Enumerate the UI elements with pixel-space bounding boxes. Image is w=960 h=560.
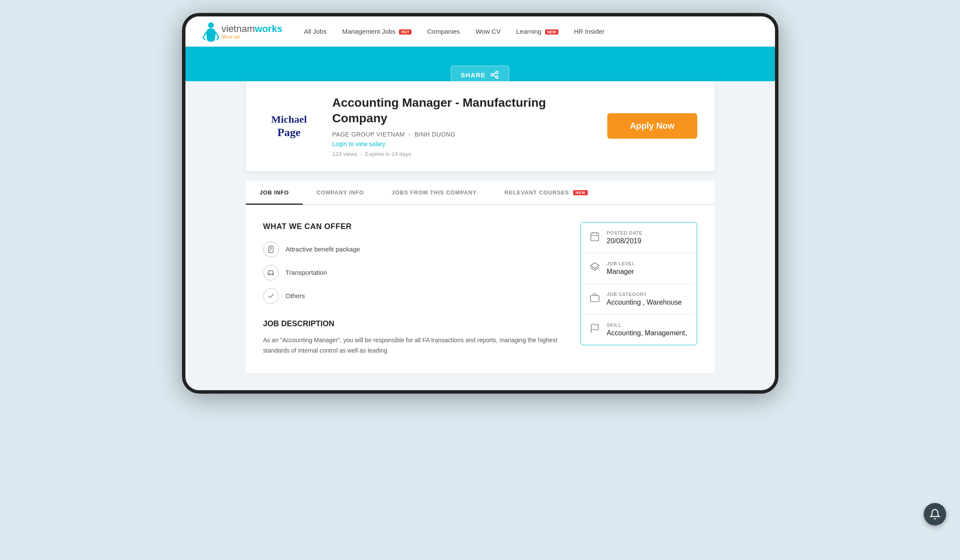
benefit-label-others: Others <box>286 292 305 299</box>
briefcase-icon <box>590 293 600 305</box>
svg-point-1 <box>496 71 498 73</box>
offer-section-title: WHAT WE CAN OFFER <box>263 222 563 231</box>
svg-rect-17 <box>590 296 599 302</box>
sidebar-skill: SKILL Accounting, Management, <box>581 315 697 345</box>
benefit-icon-transport <box>263 265 279 280</box>
notification-button[interactable] <box>924 503 946 525</box>
logo[interactable]: vietnamworks Move Up! <box>203 21 283 42</box>
company-name: PAGE GROUP VIETNAM <box>332 131 405 138</box>
tab-company-info[interactable]: COMPANY INFO <box>303 181 378 205</box>
nav-item-learning[interactable]: Learning NEW <box>516 28 558 35</box>
nav-item-all-jobs[interactable]: All Jobs <box>304 28 327 35</box>
job-level-value: Manager <box>607 268 635 276</box>
nav-item-hr-insider[interactable]: HR Insider <box>574 28 605 35</box>
share-label: SHARE <box>461 71 486 79</box>
job-card-wrapper: Michael Page Accounting Manager - Manufa… <box>185 81 775 171</box>
content-inner: WHAT WE CAN OFFER Attractive benefit pac… <box>246 205 714 373</box>
benefit-item-3: Others <box>263 288 563 304</box>
svg-marker-16 <box>590 263 599 268</box>
logo-tagline: Move Up! <box>222 35 283 39</box>
job-desc-text: As an "Accounting Manager", you will be … <box>263 335 563 356</box>
benefit-item-2: Transportation <box>263 265 563 280</box>
job-title: Accounting Manager - Manufacturing Compa… <box>332 95 590 127</box>
posted-date-label: POSTED DATE <box>607 230 643 235</box>
nav-item-wow-cv[interactable]: Wow CV <box>475 28 501 35</box>
company-logo: Michael Page <box>271 113 307 139</box>
layers-icon <box>590 262 600 275</box>
apply-now-button[interactable]: Apply Now <box>607 113 697 139</box>
job-meta: PAGE GROUP VIETNAM - BINH DUONG <box>332 131 590 138</box>
tab-relevant-courses[interactable]: RELEVANT COURSES NEW <box>491 181 602 205</box>
logo-text: vietnamworks Move Up! <box>222 23 283 39</box>
svg-point-3 <box>496 76 498 78</box>
svg-point-2 <box>491 73 493 76</box>
job-card: Michael Page Accounting Manager - Manufa… <box>246 81 714 171</box>
relevant-courses-new-badge: NEW <box>573 190 587 195</box>
content-wrapper: WHAT WE CAN OFFER Attractive benefit pac… <box>185 205 775 391</box>
navbar: vietnamworks Move Up! All Jobs Managemen… <box>185 16 775 47</box>
svg-point-0 <box>208 22 214 28</box>
svg-rect-6 <box>268 246 273 252</box>
tab-jobs-from-company[interactable]: JOBS FROM THIS COMPANY <box>378 181 491 205</box>
benefit-icon-package <box>263 242 279 257</box>
new-badge-learning: NEW <box>545 29 558 35</box>
share-icon <box>490 70 499 79</box>
job-level-label: JOB LEVEL <box>607 261 635 266</box>
job-location: BINH DUONG <box>415 131 455 138</box>
salary-link[interactable]: Login to view salary <box>332 140 590 147</box>
skill-flag-icon <box>590 323 600 336</box>
job-views: 124 views - Expires in 24 days <box>332 151 590 157</box>
skill-label: SKILL <box>607 322 687 328</box>
benefit-label-transport: Transportation <box>286 269 327 276</box>
calendar-icon <box>590 231 600 244</box>
nav-links: All Jobs Management Jobs HOT Companies W… <box>304 28 604 35</box>
company-logo-box: Michael Page <box>263 113 315 139</box>
benefit-icon-others <box>263 288 279 304</box>
tabs-bar: JOB INFO COMPANY INFO JOBS FROM THIS COM… <box>246 181 714 205</box>
nav-item-management-jobs[interactable]: Management Jobs HOT <box>342 28 412 35</box>
main-content: WHAT WE CAN OFFER Attractive benefit pac… <box>263 222 563 356</box>
job-details: Accounting Manager - Manufacturing Compa… <box>332 95 590 157</box>
svg-rect-12 <box>591 233 599 241</box>
sidebar-posted-date: POSTED DATE 20/08/2019 <box>581 223 697 253</box>
device-frame: vietnamworks Move Up! All Jobs Managemen… <box>182 13 778 394</box>
tab-job-info[interactable]: JOB INFO <box>246 181 303 205</box>
benefit-list: Attractive benefit package Transportatio… <box>263 242 563 304</box>
posted-date-value: 20/08/2019 <box>607 237 643 245</box>
share-button[interactable]: SHARE <box>451 66 510 84</box>
tabs-wrapper: JOB INFO COMPANY INFO JOBS FROM THIS COM… <box>185 181 775 205</box>
svg-point-10 <box>268 274 270 275</box>
logo-brand: vietnamworks <box>222 23 283 35</box>
skill-value: Accounting, Management, <box>607 329 687 337</box>
logo-icon <box>203 21 219 42</box>
svg-line-5 <box>494 75 496 77</box>
hot-badge: HOT <box>399 29 411 35</box>
bell-icon <box>929 509 941 520</box>
separator: - <box>407 131 415 138</box>
sidebar-job-category: JOB CATEGORY Accounting , Warehouse <box>581 284 697 315</box>
job-category-label: JOB CATEGORY <box>607 292 682 297</box>
job-category-value: Accounting , Warehouse <box>607 299 682 306</box>
job-desc-title: JOB DESCRIPTION <box>263 319 563 328</box>
sidebar-job-level: JOB LEVEL Manager <box>581 253 697 284</box>
svg-line-4 <box>494 73 496 74</box>
sidebar: POSTED DATE 20/08/2019 JOB LEVEL <box>580 222 697 356</box>
sidebar-card: POSTED DATE 20/08/2019 JOB LEVEL <box>580 222 697 345</box>
benefit-label-package: Attractive benefit package <box>286 245 360 253</box>
nav-item-companies[interactable]: Companies <box>427 28 460 35</box>
benefit-item-1: Attractive benefit package <box>263 242 563 257</box>
